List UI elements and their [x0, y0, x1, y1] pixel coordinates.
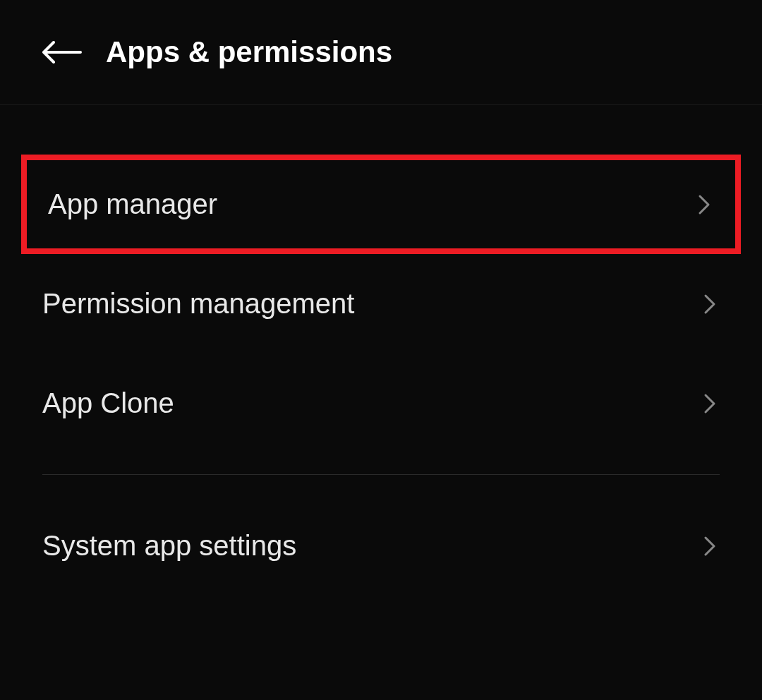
- header: Apps & permissions: [0, 0, 762, 105]
- chevron-right-icon: [700, 536, 720, 556]
- list-item-app-clone[interactable]: App Clone: [0, 354, 762, 453]
- arrow-left-icon: [42, 41, 82, 64]
- list-item-label: App Clone: [42, 387, 174, 419]
- divider: [42, 474, 720, 475]
- back-button[interactable]: [42, 38, 85, 66]
- list-item-label: App manager: [48, 188, 217, 220]
- chevron-right-icon: [694, 195, 714, 215]
- list-item-app-manager[interactable]: App manager: [21, 155, 741, 254]
- list-item-permission-management[interactable]: Permission management: [0, 254, 762, 354]
- list-item-label: Permission management: [42, 288, 354, 320]
- content-area: App manager Permission management App Cl…: [0, 105, 762, 596]
- chevron-right-icon: [700, 294, 720, 314]
- list-item-system-app-settings[interactable]: System app settings: [0, 496, 762, 596]
- chevron-right-icon: [700, 394, 720, 414]
- list-item-label: System app settings: [42, 530, 296, 562]
- page-title: Apps & permissions: [106, 35, 392, 69]
